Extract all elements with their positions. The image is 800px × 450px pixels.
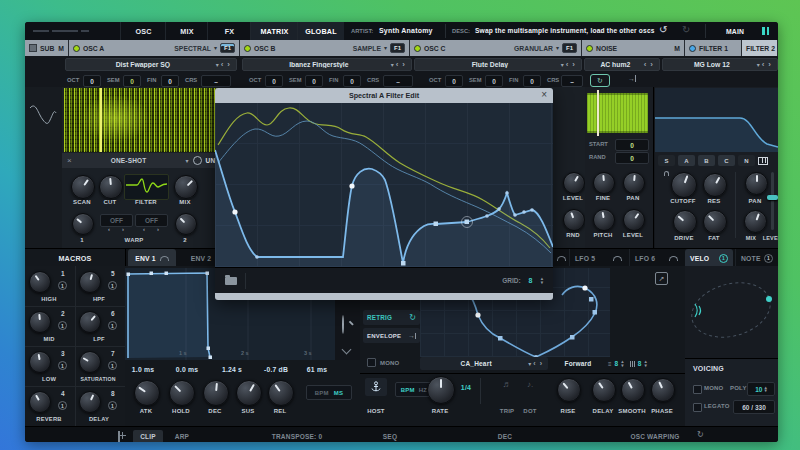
chevron-down-icon[interactable]: ▾: [384, 45, 387, 51]
triplet-icon[interactable]: ♬: [503, 380, 512, 389]
host-sync-button[interactable]: [365, 378, 387, 396]
tab-lfo-5[interactable]: LFO 5: [569, 249, 627, 267]
module-header-osc-b[interactable]: OSC B SAMPLE ▾ F1: [240, 40, 410, 56]
env-dec-value[interactable]: 1.24 s: [222, 366, 242, 373]
tab-matrix[interactable]: MATRIX: [250, 22, 298, 40]
sub-mute-button[interactable]: M: [58, 45, 64, 52]
undo-icon[interactable]: ↺: [659, 25, 667, 35]
filter-mix-knob[interactable]: [744, 210, 767, 233]
osc-a-sem-value[interactable]: 0: [123, 75, 141, 87]
mono-checkbox[interactable]: [367, 358, 376, 367]
module-header-noise[interactable]: NOISE M: [582, 40, 685, 56]
lfo-shape-select[interactable]: CA_Heart ▾ ‹ ›: [420, 357, 548, 370]
osc-a-engine-select[interactable]: SPECTRAL: [174, 45, 211, 52]
lfo-direction-select[interactable]: Forward: [551, 357, 605, 370]
voicing-mono-checkbox[interactable]: [693, 385, 702, 394]
delay-knob[interactable]: [592, 378, 616, 402]
next-preset-icon[interactable]: ›: [400, 61, 407, 69]
filter-display[interactable]: [655, 88, 778, 152]
noise-power-dot[interactable]: [586, 45, 593, 52]
osc-a-spectrogram[interactable]: [64, 88, 235, 152]
noise-level-knob[interactable]: [623, 209, 645, 231]
macro-hpf-knob[interactable]: [79, 271, 101, 293]
next-preset-icon[interactable]: ›: [225, 61, 232, 69]
sub-indicator[interactable]: [29, 44, 37, 52]
main-output-button[interactable]: MAIN: [715, 22, 755, 40]
env-bpm-ms-toggle[interactable]: BPM MS: [306, 385, 352, 400]
filter-pan-knob[interactable]: [745, 172, 768, 195]
cutoff-knob[interactable]: [671, 172, 697, 198]
grid-value[interactable]: 8: [529, 277, 533, 284]
next-preset-icon[interactable]: ›: [570, 61, 577, 69]
tab-global[interactable]: GLOBAL: [297, 22, 344, 40]
macro-delay-knob[interactable]: [79, 391, 101, 413]
macro-mod-badge[interactable]: 1: [108, 281, 117, 290]
env-rel-value[interactable]: 61 ms: [307, 366, 327, 373]
dec-knob[interactable]: [203, 380, 229, 406]
next-icon[interactable]: ›: [538, 360, 544, 367]
macro-reverb-knob[interactable]: [29, 391, 51, 413]
routing-tab-b[interactable]: B: [698, 155, 715, 166]
res-knob[interactable]: [703, 173, 727, 197]
macro-mod-badge[interactable]: 1: [108, 361, 117, 370]
filter-level-handle[interactable]: [767, 195, 778, 200]
noise-preset-select[interactable]: AC hum2 ‹ ›: [584, 58, 660, 71]
macro-mod-badge[interactable]: 1: [108, 321, 117, 330]
module-header-filter-1[interactable]: FILTER 1: [685, 40, 742, 56]
scan-knob[interactable]: [71, 175, 95, 199]
prev-preset-icon[interactable]: ‹: [642, 61, 649, 69]
chevron-down-icon[interactable]: ▾: [186, 158, 189, 164]
tab-velo[interactable]: VELO1: [685, 249, 733, 267]
macro-saturation-knob[interactable]: [79, 351, 101, 373]
osc-c-crs-value[interactable]: –: [561, 75, 583, 87]
atk-knob[interactable]: [134, 380, 160, 406]
macro-mod-badge[interactable]: 1: [58, 281, 67, 290]
cut-knob[interactable]: [99, 175, 123, 199]
smooth-knob[interactable]: [621, 378, 645, 402]
note-amount-badge[interactable]: 1: [764, 254, 773, 263]
modal-bottom-edge[interactable]: [215, 293, 553, 300]
one-shot-select[interactable]: ONE-SHOT: [76, 157, 182, 164]
unison-ring-icon[interactable]: [193, 156, 202, 165]
osc-c-sem-value[interactable]: 0: [485, 75, 503, 87]
tab-env-1[interactable]: ENV 1: [128, 249, 176, 267]
transpose-control[interactable]: TRANSPOSE: 0: [272, 433, 322, 440]
module-header-sub[interactable]: SUB M: [25, 40, 69, 56]
env-sus-value[interactable]: -0.7 dB: [264, 366, 288, 373]
macro-mod-badge[interactable]: 1: [58, 401, 67, 410]
lfo-mono-row[interactable]: MONO: [363, 356, 420, 369]
osc-b-fin-value[interactable]: 0: [343, 75, 361, 87]
macro-high-knob[interactable]: [29, 271, 51, 293]
menu-icon[interactable]: ≡: [608, 361, 612, 367]
osc-c-level-knob[interactable]: [563, 172, 585, 194]
tab-osc[interactable]: OSC: [120, 22, 166, 40]
macro-mid-knob[interactable]: [29, 311, 51, 333]
noise-play-to-end-button[interactable]: →: [628, 75, 636, 82]
tab-fx[interactable]: FX: [207, 22, 251, 40]
noise-pan-knob[interactable]: [623, 172, 645, 194]
osc-a-oct-value[interactable]: 0: [83, 75, 101, 87]
orbit-display[interactable]: [685, 266, 778, 358]
close-icon[interactable]: ×: [67, 157, 72, 165]
stepper-icon[interactable]: ▴▾: [621, 360, 623, 367]
macro-mod-badge[interactable]: 1: [108, 401, 117, 410]
noise-loop-button[interactable]: ↻: [590, 74, 610, 87]
fat-knob[interactable]: [703, 210, 727, 234]
rel-knob[interactable]: [268, 380, 294, 406]
chevron-down-icon[interactable]: ▾: [214, 45, 217, 51]
routing-tab-a[interactable]: A: [678, 155, 695, 166]
next-preset-icon[interactable]: ›: [766, 61, 773, 69]
osc-b-crs-value[interactable]: –: [383, 75, 413, 87]
rise-knob[interactable]: [557, 378, 581, 402]
stepper-icon[interactable]: ▴▾: [764, 386, 766, 393]
retrig-button[interactable]: RETRIG ↻: [363, 310, 420, 325]
tab-lfo-6[interactable]: LFO 6: [629, 249, 683, 267]
macro-mod-badge[interactable]: 1: [58, 321, 67, 330]
filter-1-power-dot[interactable]: [689, 45, 696, 52]
osc-b-oct-value[interactable]: 0: [265, 75, 283, 87]
env-atk-value[interactable]: 1.0 ms: [132, 366, 154, 373]
module-header-osc-a[interactable]: OSC A SPECTRAL ▾ F1: [69, 40, 240, 56]
osc-a-fin-value[interactable]: 0: [161, 75, 179, 87]
grid-stepper-icon[interactable]: ▴▾: [541, 277, 543, 284]
osc-warping-label[interactable]: OSC WARPING: [630, 433, 679, 440]
